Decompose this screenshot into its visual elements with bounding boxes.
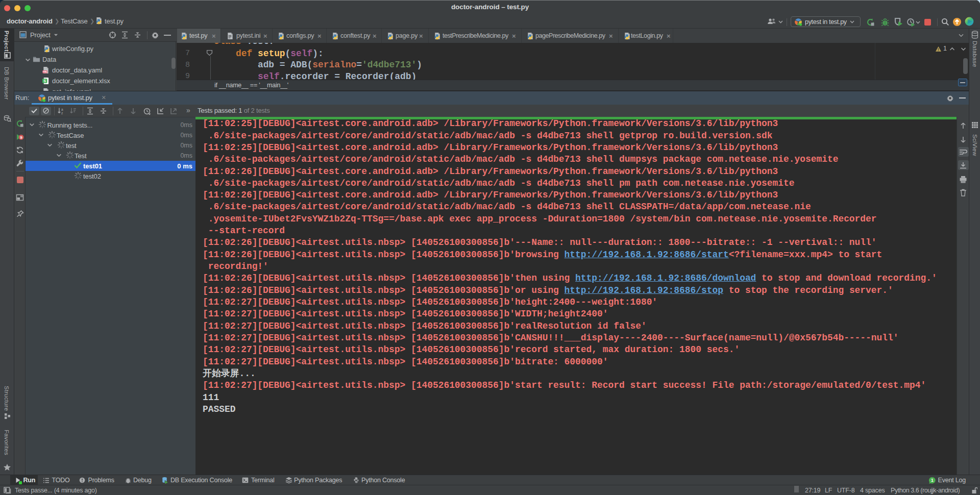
svg-text:z: z xyxy=(61,111,63,115)
svg-text:S: S xyxy=(43,79,46,83)
svg-text:YML: YML xyxy=(43,70,47,73)
svg-text:9: 9 xyxy=(20,135,22,140)
svg-text:1: 1 xyxy=(931,478,934,483)
svg-text:a: a xyxy=(61,107,63,111)
